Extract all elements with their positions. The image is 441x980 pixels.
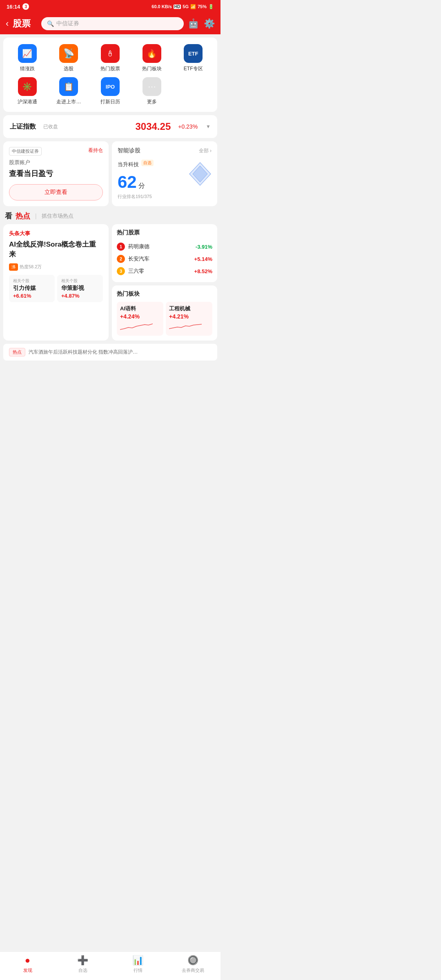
status-network: 5G bbox=[183, 4, 189, 9]
rank-icon-3: 3 bbox=[117, 267, 125, 275]
block-ai[interactable]: AI语料 +4.24% bbox=[117, 302, 163, 336]
status-bar: 16:14 3 60.0 KB/s HD 5G 📶 75% 🔋 bbox=[0, 0, 220, 13]
hotspot-header: 看 热点 | 抓住市场热点 bbox=[3, 211, 217, 221]
ticker-badge: 热点 bbox=[9, 348, 25, 356]
status-hd-badge: HD bbox=[174, 4, 181, 9]
rel-change-2: +4.87% bbox=[61, 293, 99, 299]
nav-more[interactable]: ⋯ 更多 bbox=[131, 77, 173, 105]
view-holdings-link[interactable]: 看持仓 bbox=[88, 147, 103, 154]
rel-change-1: +6.61% bbox=[13, 293, 51, 299]
account-card: 中信建投证券 看持仓 股票账户 查看当日盈亏 立即查看 bbox=[3, 141, 109, 206]
rank-icon-2: 2 bbox=[117, 255, 125, 263]
news-card[interactable]: 头条大事 AI全线反弹!Sora概念卷土重来 沸 热度58.2万 相关个股 引力… bbox=[3, 224, 109, 341]
quick-nav-panel: 📈 猜涨跌 📡 选股 🕯 热门股票 🔥 热门板块 ETF ETF专区 ✳️ 沪深… bbox=[3, 38, 217, 112]
nav-hk-connect[interactable]: ✳️ 沪深港通 bbox=[7, 77, 48, 105]
index-value: 3034.25 bbox=[135, 121, 171, 132]
hot-blocks-title: 热门板块 bbox=[117, 290, 212, 298]
news-heat: 沸 热度58.2万 bbox=[9, 263, 103, 271]
hot-stock-2[interactable]: 2 长安汽车 +5.14% bbox=[117, 253, 212, 265]
related-stock-1[interactable]: 相关个股 引力传媒 +6.61% bbox=[9, 275, 55, 302]
related-stock-2[interactable]: 相关个股 华策影视 +4.87% bbox=[57, 275, 103, 302]
nav-select[interactable]: 📡 选股 bbox=[48, 44, 90, 72]
hot-stock-3[interactable]: 3 三六零 +8.52% bbox=[117, 265, 212, 277]
diag-score-unit: 分 bbox=[138, 182, 145, 190]
nav-etf-label: ETF专区 bbox=[184, 65, 203, 72]
right-column: 热门股票 1 药明康德 -3.91% 2 长安汽车 +5.14% 3 三六零 +… bbox=[112, 224, 217, 341]
quick-nav-grid: 📈 猜涨跌 📡 选股 🕯 热门股票 🔥 热门板块 ETF ETF专区 ✳️ 沪深… bbox=[7, 44, 214, 105]
status-notification: 3 bbox=[22, 3, 29, 10]
related-stocks: 相关个股 引力传媒 +6.61% 相关个股 华策影视 +4.87% bbox=[9, 275, 103, 302]
nav-ipo-icon: IPO bbox=[101, 77, 120, 96]
diag-stock-name: 当升科技 bbox=[118, 161, 139, 168]
view-pnl-button[interactable]: 立即查看 bbox=[9, 184, 103, 200]
search-placeholder: 中信证券 bbox=[56, 20, 79, 27]
rel-name-2: 华策影视 bbox=[61, 285, 99, 292]
nav-hot-stocks-label: 热门股票 bbox=[100, 65, 120, 72]
stock-change-2: +5.14% bbox=[194, 256, 212, 262]
nav-guess[interactable]: 📈 猜涨跌 bbox=[7, 44, 48, 72]
status-wifi-icon: 📶 bbox=[190, 4, 196, 9]
nav-listing-label: 走进上市… bbox=[56, 98, 81, 105]
broker-label: 中信建投证券 bbox=[9, 147, 42, 156]
nav-hot-stocks-icon: 🕯 bbox=[101, 44, 120, 63]
block-engineering[interactable]: 工程机械 +4.21% bbox=[166, 302, 212, 336]
nav-listing[interactable]: 📋 走进上市… bbox=[48, 77, 90, 105]
nav-select-label: 选股 bbox=[64, 65, 74, 72]
diag-all-link[interactable]: 全部 › bbox=[199, 147, 212, 154]
account-title: 查看当日盈亏 bbox=[9, 169, 103, 178]
settings-icon[interactable]: ⚙️ bbox=[204, 18, 215, 29]
hot-stock-1[interactable]: 1 药明康德 -3.91% bbox=[117, 241, 212, 253]
block-ai-chart bbox=[120, 321, 153, 331]
hotspot-sub: 抓住市场热点 bbox=[42, 212, 74, 220]
block-ai-change: +4.24% bbox=[120, 313, 160, 320]
hotspot-separator: | bbox=[35, 213, 37, 219]
block-engineering-chart bbox=[169, 321, 202, 331]
news-tag: 头条大事 bbox=[9, 230, 103, 237]
index-status: 已收盘 bbox=[43, 123, 58, 130]
nav-etf-icon: ETF bbox=[184, 44, 203, 63]
nav-hk-label: 沪深港通 bbox=[18, 98, 37, 105]
index-expand-icon[interactable]: ▼ bbox=[206, 124, 211, 129]
index-name: 上证指数 bbox=[10, 122, 36, 131]
stock-name-2: 长安汽车 bbox=[128, 255, 191, 263]
rank-icon-1: 1 bbox=[117, 243, 125, 251]
search-icon: 🔍 bbox=[47, 20, 54, 27]
two-col-section: 中信建投证券 看持仓 股票账户 查看当日盈亏 立即查看 智能诊股 全部 › 当升… bbox=[3, 141, 217, 206]
nav-hot-blocks[interactable]: 🔥 热门板块 bbox=[131, 44, 173, 72]
search-bar[interactable]: 🔍 中信证券 bbox=[41, 17, 184, 30]
news-title: AI全线反弹!Sora概念卷土重来 bbox=[9, 240, 103, 259]
nav-hot-blocks-icon: 🔥 bbox=[143, 44, 161, 63]
hotspot-section: 看 热点 | 抓住市场热点 头条大事 AI全线反弹!Sora概念卷土重来 沸 热… bbox=[3, 211, 217, 341]
block-ai-name: AI语料 bbox=[120, 305, 160, 312]
stock-name-1: 药明康德 bbox=[128, 243, 192, 250]
back-button[interactable]: ‹ bbox=[6, 19, 9, 28]
nav-listing-icon: 📋 bbox=[59, 77, 78, 96]
rel-label-1: 相关个股 bbox=[13, 278, 51, 284]
hot-stocks-title: 热门股票 bbox=[117, 229, 212, 236]
status-battery-icon: 🔋 bbox=[208, 4, 214, 9]
nav-guess-icon: 📈 bbox=[18, 44, 37, 63]
stock-change-3: +8.52% bbox=[194, 268, 212, 274]
nav-hot-blocks-label: 热门板块 bbox=[142, 65, 162, 72]
nav-more-label: 更多 bbox=[147, 98, 157, 105]
index-card: 上证指数 已收盘 3034.25 +0.23% ▼ bbox=[3, 115, 217, 138]
page-title: 股票 bbox=[13, 18, 37, 30]
robot-icon[interactable]: 🤖 bbox=[188, 18, 199, 29]
stock-name-3: 三六零 bbox=[128, 267, 191, 275]
hot-blocks-card: 热门板块 AI语料 +4.24% 工程机械 +4.21% bbox=[112, 285, 217, 341]
diag-rank: 行业排名191/375 bbox=[118, 194, 212, 200]
status-speed: 60.0 KB/s bbox=[151, 4, 172, 9]
rel-name-1: 引力传媒 bbox=[13, 285, 51, 292]
heat-badge: 沸 bbox=[9, 263, 18, 271]
hot-stocks-card: 热门股票 1 药明康德 -3.91% 2 长安汽车 +5.14% 3 三六零 +… bbox=[112, 224, 217, 282]
status-time: 16:14 bbox=[7, 4, 20, 10]
account-subtitle: 股票账户 bbox=[9, 159, 103, 166]
news-ticker[interactable]: 热点 汽车酒旅午后活跃科技题材分化 指数冲高回落沪… bbox=[3, 344, 217, 361]
nav-etf[interactable]: ETF ETF专区 bbox=[172, 44, 214, 72]
nav-ipo-label: 打新日历 bbox=[100, 98, 120, 105]
diag-diamond-icon bbox=[187, 161, 213, 187]
nav-hot-stocks[interactable]: 🕯 热门股票 bbox=[89, 44, 131, 72]
status-battery: 75% bbox=[198, 4, 207, 9]
nav-ipo[interactable]: IPO 打新日历 bbox=[89, 77, 131, 105]
ticker-text: 汽车酒旅午后活跃科技题材分化 指数冲高回落沪… bbox=[29, 349, 138, 356]
